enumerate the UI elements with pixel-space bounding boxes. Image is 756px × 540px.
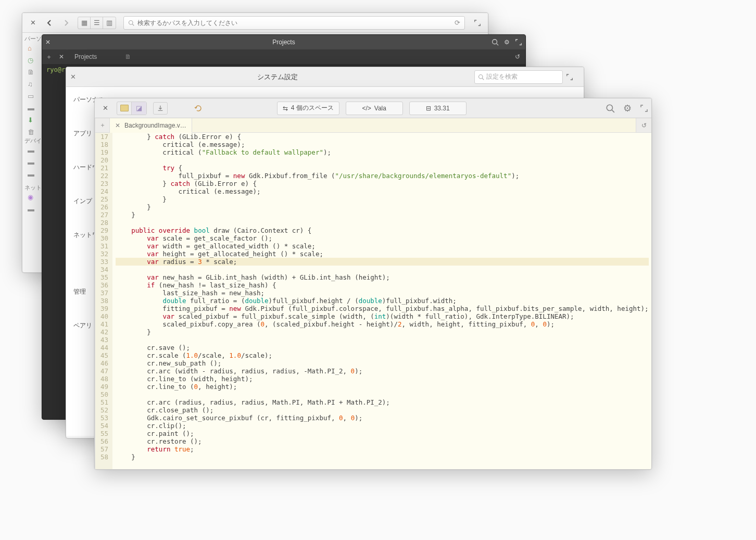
open-folder-button[interactable] xyxy=(117,102,132,115)
history-icon[interactable]: ↺ xyxy=(510,53,525,60)
gear-button[interactable]: ⚙ xyxy=(623,103,632,114)
search-icon[interactable] xyxy=(492,39,499,46)
path-search-bar[interactable]: ⟳ xyxy=(123,16,465,30)
cursor-status[interactable]: ⊟ 33.31 xyxy=(409,102,467,115)
editor-area: ＋ ✕ BackgroundImage.v… ↺ 171819202122232… xyxy=(95,118,652,469)
filesystem-icon[interactable]: ▬ xyxy=(28,104,34,112)
drive-icon[interactable]: ▬ xyxy=(28,170,34,178)
maximize-button[interactable] xyxy=(515,39,522,46)
close-button[interactable]: ✕ xyxy=(70,73,81,81)
network-icon[interactable]: ◉ xyxy=(28,193,34,201)
expand-icon xyxy=(566,73,573,81)
home-icon[interactable]: ⌂ xyxy=(28,44,34,52)
close-button[interactable]: ✕ xyxy=(45,39,51,46)
maximize-button[interactable] xyxy=(470,16,485,30)
settings-title: システム設定 xyxy=(81,72,474,82)
settings-header: ✕ システム設定 設定を検索 xyxy=(66,67,584,87)
download-icon xyxy=(157,105,164,112)
view-mode-toggle[interactable]: ▦ ☰ ▥ xyxy=(78,17,116,29)
search-button[interactable] xyxy=(606,104,615,113)
expand-icon xyxy=(474,19,481,27)
trash-icon[interactable]: 🗑 xyxy=(28,128,34,136)
language-status[interactable]: </> Vala xyxy=(346,102,403,115)
status-bar: ⇆ 4 個のスペース </> Vala ⊟ 33.31 xyxy=(277,102,467,115)
reload-icon[interactable]: ⟳ xyxy=(455,19,460,27)
indent-status[interactable]: ⇆ 4 個のスペース xyxy=(277,102,339,115)
computer-icon[interactable]: ▬ xyxy=(28,205,34,213)
icon-view-icon[interactable]: ▦ xyxy=(78,17,91,29)
files-sidebar-label-personal: パーソ xyxy=(24,35,42,43)
terminal-titlebar: ✕ Projects ⚙ xyxy=(42,35,525,49)
svg-point-2 xyxy=(493,40,497,44)
gear-icon[interactable]: ⚙ xyxy=(504,39,510,46)
files-network-icons: ◉ ▬ xyxy=(28,193,34,213)
column-view-icon[interactable]: ▥ xyxy=(103,17,116,29)
code-main: ⌬ greeter master ▸build▸compositor▸data▸… xyxy=(95,118,651,469)
maximize-button[interactable] xyxy=(566,73,579,81)
expand-icon xyxy=(640,104,648,112)
downloads-icon[interactable]: ⬇ xyxy=(28,116,34,124)
svg-line-5 xyxy=(482,78,484,80)
toolbar-right: ⚙ xyxy=(606,103,648,114)
terminal-tabs: ＋ ✕ Projects 🗎 ↺ xyxy=(42,49,525,64)
terminal-title: Projects xyxy=(272,39,295,46)
settings-search-placeholder: 設定を検索 xyxy=(486,72,518,81)
cursor-label: 33.31 xyxy=(434,105,450,112)
indent-label: 4 個のスペース xyxy=(291,104,334,112)
files-sidebar-icons: ⌂ ◷ 🗎 ♫ ▭ ▬ ⬇ 🗑 xyxy=(28,44,34,136)
revert-icon xyxy=(194,104,203,113)
tab-filename: BackgroundImage.v… xyxy=(124,122,186,129)
settings-search[interactable]: 設定を検索 xyxy=(474,70,563,84)
search-icon xyxy=(478,74,484,80)
open-folder-segment: ◪ xyxy=(117,102,147,115)
line-gutter: 1718192021222324252627282930313233343536… xyxy=(95,133,112,469)
arrow-right-icon xyxy=(62,19,70,27)
revert-button[interactable] xyxy=(191,102,206,115)
tab-projects[interactable]: Projects xyxy=(67,53,104,60)
tabs-fill xyxy=(192,118,636,132)
drive-icon[interactable]: ▬ xyxy=(28,158,34,166)
path-search-input[interactable] xyxy=(137,19,451,27)
tag-icon: </> xyxy=(362,105,371,112)
active-file-tab[interactable]: ✕ BackgroundImage.v… xyxy=(110,118,192,133)
drive-icon[interactable]: ▬ xyxy=(28,146,34,154)
code-editor-window: ✕ ◪ ⇆ 4 個のスペース </> Vala ⊟ xyxy=(94,98,652,470)
list-view-icon[interactable]: ☰ xyxy=(91,17,103,29)
history-button[interactable]: ↺ xyxy=(636,118,652,133)
folder-icon xyxy=(120,105,129,111)
editor-tabs: ＋ ✕ BackgroundImage.v… ↺ xyxy=(95,118,652,133)
recent-folder-button[interactable]: ◪ xyxy=(132,102,146,115)
indent-icon: ⇆ xyxy=(283,105,288,112)
folder-recent-icon: ◪ xyxy=(136,104,142,112)
goto-icon: ⊟ xyxy=(426,105,431,112)
close-button[interactable]: ✕ xyxy=(98,101,112,116)
doc-icon: 🗎 xyxy=(125,53,131,60)
close-button[interactable]: ✕ xyxy=(26,16,40,30)
arrow-left-icon xyxy=(45,19,54,27)
search-icon xyxy=(606,104,615,113)
close-tab-icon[interactable]: ✕ xyxy=(115,122,120,129)
svg-point-0 xyxy=(129,20,133,24)
code-toolbar: ✕ ◪ ⇆ 4 個のスペース </> Vala ⊟ xyxy=(95,98,651,118)
search-icon xyxy=(128,20,134,26)
svg-line-7 xyxy=(612,110,614,112)
music-icon[interactable]: ♫ xyxy=(28,80,34,88)
save-button[interactable] xyxy=(153,102,168,115)
recent-icon[interactable]: ◷ xyxy=(28,56,34,64)
close-tab-button[interactable]: ✕ xyxy=(56,53,67,60)
files-device-icons: ▬ ▬ ▬ xyxy=(28,146,34,178)
svg-point-4 xyxy=(479,74,483,79)
language-label: Vala xyxy=(374,105,386,112)
code-lines[interactable]: } catch (GLib.Error e) { critical (e.mes… xyxy=(112,133,652,469)
folder-icon[interactable]: ▭ xyxy=(28,92,34,100)
maximize-button[interactable] xyxy=(640,104,648,112)
back-button[interactable] xyxy=(42,16,57,30)
svg-line-3 xyxy=(497,44,499,46)
documents-icon[interactable]: 🗎 xyxy=(28,68,34,76)
svg-point-6 xyxy=(607,105,612,110)
forward-button[interactable] xyxy=(59,16,73,30)
new-tab-button[interactable]: ＋ xyxy=(42,53,56,61)
svg-line-1 xyxy=(132,24,134,26)
new-file-button[interactable]: ＋ xyxy=(95,118,110,133)
code-view[interactable]: 1718192021222324252627282930313233343536… xyxy=(95,133,652,469)
